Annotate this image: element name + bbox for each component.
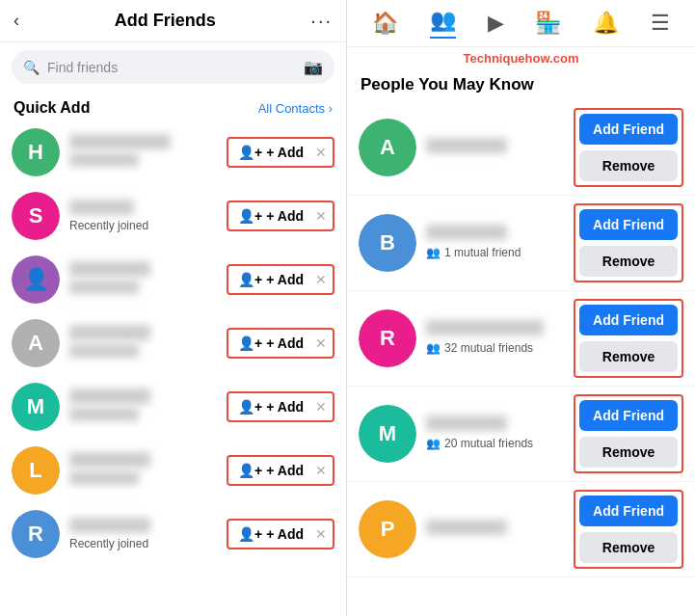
dismiss-button[interactable]: ✕ bbox=[315, 399, 327, 415]
add-friend-button[interactable]: Add Friend bbox=[579, 400, 678, 431]
remove-button[interactable]: Remove bbox=[579, 532, 678, 563]
add-button[interactable]: 👤+ + Add bbox=[234, 397, 307, 416]
friend-name: Sara Sally bbox=[69, 200, 134, 215]
list-item: 👤 —————— —————— 👤+ + Add ✕ bbox=[0, 248, 346, 311]
add-person-icon: 👤+ bbox=[238, 399, 262, 415]
dismiss-button[interactable]: ✕ bbox=[315, 463, 327, 478]
list-item: R Raja Bhattacharya 👥 32 mutual friends … bbox=[347, 291, 695, 387]
avatar-image: 👤 bbox=[12, 255, 60, 304]
search-bar[interactable]: 🔍 Find friends 📷 bbox=[12, 50, 334, 84]
friend-info: Sara Sally Recently joined bbox=[69, 200, 217, 232]
recently-joined-label: Recently joined bbox=[69, 537, 217, 550]
friend-sub: —————— bbox=[69, 281, 139, 294]
mutual-avatars-icon: 👥 bbox=[426, 246, 441, 259]
avatar-image: P bbox=[359, 500, 416, 558]
dismiss-button[interactable]: ✕ bbox=[315, 272, 327, 287]
friend-info: Harrison Turner —————— bbox=[69, 134, 217, 171]
friend-name: —————— bbox=[69, 388, 150, 404]
add-button[interactable]: 👤+ + Add bbox=[234, 461, 307, 480]
list-item: B —————— 👥 1 mutual friend Add Friend Re… bbox=[347, 196, 695, 291]
list-item: P —————— Add Friend Remove bbox=[347, 482, 695, 577]
dismiss-button[interactable]: ✕ bbox=[315, 145, 327, 160]
mutual-count: 20 mutual friends bbox=[444, 437, 533, 450]
video-icon[interactable]: ▶ bbox=[488, 11, 504, 36]
friend-name: —————— bbox=[69, 261, 150, 277]
add-button[interactable]: 👤+ + Add bbox=[234, 334, 307, 353]
list-item: M —————— 👥 20 mutual friends Add Friend … bbox=[347, 387, 695, 482]
friend-info: —————— —————— bbox=[69, 325, 217, 362]
person-info: —————— bbox=[426, 138, 564, 157]
avatar-image: M bbox=[12, 383, 60, 431]
dismiss-button[interactable]: ✕ bbox=[315, 335, 327, 351]
person-name: —————— bbox=[426, 138, 507, 153]
add-button[interactable]: 👤+ + Add bbox=[234, 270, 307, 289]
remove-button[interactable]: Remove bbox=[579, 341, 678, 372]
list-item: L —————— —————— 👤+ + Add ✕ bbox=[0, 439, 346, 502]
list-item: A —————— —————— 👤+ + Add ✕ bbox=[0, 311, 346, 375]
mutual-friends: 👥 20 mutual friends bbox=[426, 437, 564, 450]
avatar: M bbox=[359, 405, 416, 463]
add-friend-button[interactable]: Add Friend bbox=[579, 305, 678, 335]
friend-actions: 👤+ + Add ✕ bbox=[227, 201, 334, 231]
dismiss-button[interactable]: ✕ bbox=[315, 526, 327, 542]
add-person-icon: 👤+ bbox=[238, 208, 262, 224]
person-name: —————— bbox=[426, 415, 507, 431]
remove-button[interactable]: Remove bbox=[579, 246, 678, 277]
back-chevron-icon[interactable]: ‹ bbox=[13, 11, 19, 31]
friend-actions: 👤+ + Add ✕ bbox=[227, 328, 334, 359]
person-info: —————— 👥 1 mutual friend bbox=[426, 225, 564, 261]
left-header: ‹ Add Friends ··· bbox=[0, 0, 346, 42]
friend-actions: 👤+ + Add ✕ bbox=[227, 519, 334, 549]
add-person-icon: 👤+ bbox=[238, 526, 262, 542]
menu-icon[interactable]: ☰ bbox=[651, 11, 670, 36]
mutual-avatars-icon: 👥 bbox=[426, 437, 441, 450]
top-nav: 🏠 👥 ▶ 🏪 🔔 ☰ bbox=[347, 0, 695, 47]
add-friend-button[interactable]: Add Friend bbox=[579, 495, 678, 526]
friends-list: H Harrison Turner —————— 👤+ + Add ✕ S Sa… bbox=[0, 121, 346, 616]
remove-button[interactable]: Remove bbox=[579, 437, 678, 468]
friend-info: —————— —————— bbox=[69, 388, 217, 425]
friend-name: —————— bbox=[69, 325, 150, 340]
avatar-image: R bbox=[359, 309, 416, 367]
person-actions: Add Friend Remove bbox=[574, 108, 683, 187]
add-friend-button[interactable]: Add Friend bbox=[579, 209, 678, 240]
add-label: + Add bbox=[266, 145, 304, 160]
person-actions: Add Friend Remove bbox=[574, 394, 683, 473]
more-options-icon[interactable]: ··· bbox=[310, 10, 333, 32]
list-item: M —————— —————— 👤+ + Add ✕ bbox=[0, 375, 346, 439]
people-list: A —————— Add Friend Remove B —————— 👥 1 … bbox=[347, 100, 695, 616]
dismiss-button[interactable]: ✕ bbox=[315, 208, 327, 224]
person-name: Raja Bhattacharya bbox=[426, 320, 544, 335]
list-item: A —————— Add Friend Remove bbox=[347, 100, 695, 196]
qr-icon[interactable]: 📷 bbox=[304, 58, 323, 76]
add-label: + Add bbox=[266, 335, 304, 351]
list-item: S Sara Sally Recently joined 👤+ + Add ✕ bbox=[0, 184, 346, 248]
avatar: A bbox=[359, 119, 416, 176]
left-panel: ‹ Add Friends ··· 🔍 Find friends 📷 Quick… bbox=[0, 0, 347, 616]
add-friend-button[interactable]: Add Friend bbox=[579, 114, 678, 145]
add-person-icon: 👤+ bbox=[238, 272, 262, 287]
list-item: H Harrison Turner —————— 👤+ + Add ✕ bbox=[0, 121, 346, 184]
add-button[interactable]: 👤+ + Add bbox=[234, 143, 307, 162]
add-person-icon: 👤+ bbox=[238, 145, 262, 160]
person-actions: Add Friend Remove bbox=[574, 299, 683, 378]
avatar: P bbox=[359, 500, 416, 558]
add-person-icon: 👤+ bbox=[238, 463, 262, 478]
list-item: R —————— Recently joined 👤+ + Add ✕ bbox=[0, 502, 346, 566]
avatar: B bbox=[359, 214, 416, 272]
person-actions: Add Friend Remove bbox=[574, 203, 683, 282]
page-title: Add Friends bbox=[115, 11, 216, 31]
add-button[interactable]: 👤+ + Add bbox=[234, 524, 307, 544]
bell-icon[interactable]: 🔔 bbox=[593, 11, 619, 36]
home-icon[interactable]: 🏠 bbox=[372, 11, 398, 36]
add-label: + Add bbox=[266, 399, 304, 415]
shop-icon[interactable]: 🏪 bbox=[535, 11, 561, 36]
remove-button[interactable]: Remove bbox=[579, 150, 678, 181]
avatar: R bbox=[12, 510, 60, 558]
mutual-friends: 👥 32 mutual friends bbox=[426, 341, 564, 355]
add-label: + Add bbox=[266, 526, 304, 542]
add-label: + Add bbox=[266, 463, 304, 478]
all-contacts-link[interactable]: All Contacts › bbox=[258, 101, 333, 116]
friends-icon[interactable]: 👥 bbox=[430, 8, 456, 39]
add-button[interactable]: 👤+ + Add bbox=[234, 206, 307, 226]
